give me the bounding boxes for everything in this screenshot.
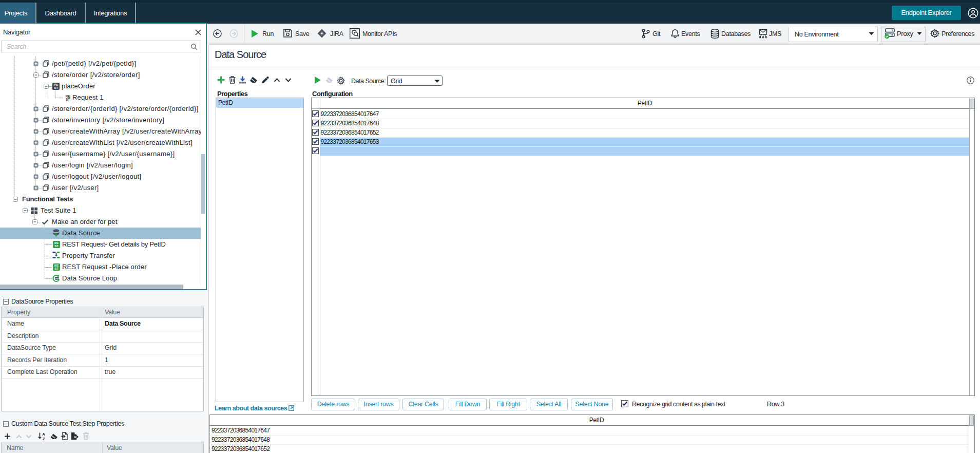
svg-text:ST: ST [66,98,70,101]
svg-text:ST: ST [54,244,59,248]
svg-text:ST: ST [54,86,58,89]
svg-text:Z: Z [43,437,45,441]
svg-text:PO: PO [54,83,59,86]
svg-text:ST: ST [54,267,59,270]
svg-text:RE: RE [54,241,59,244]
svg-text:RE: RE [54,264,59,267]
